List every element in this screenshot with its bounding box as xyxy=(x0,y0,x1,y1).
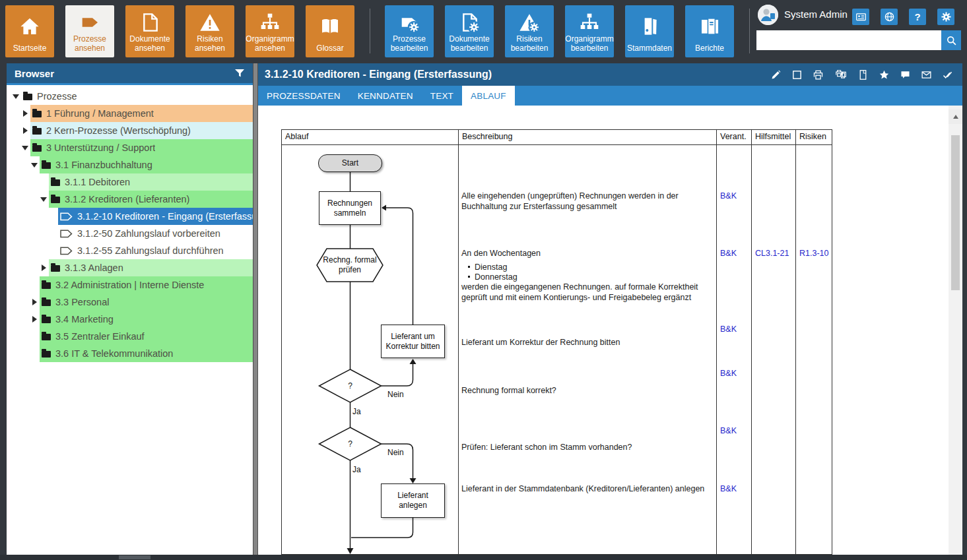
print-copies-icon[interactable] xyxy=(834,69,848,80)
tree-item-personal[interactable]: 3.3 Personal xyxy=(7,294,253,311)
tree-item-zahlungslauf-durchfuehren[interactable]: 3.1.2-55 Zahlungslauf durchführen xyxy=(7,242,253,259)
expander-closed-icon[interactable] xyxy=(30,294,40,311)
risiken-link[interactable]: R1.3-10 xyxy=(799,249,828,258)
horizontal-scrollbar[interactable] xyxy=(0,555,967,560)
favorite-star-icon[interactable] xyxy=(879,69,890,80)
approve-check-icon[interactable] xyxy=(942,69,953,80)
risiken-ansehen-button[interactable]: Risiken ansehen xyxy=(185,5,234,57)
expander-closed-icon[interactable] xyxy=(40,259,49,276)
verant-link[interactable]: B&K xyxy=(720,249,737,258)
comment-icon[interactable] xyxy=(900,69,911,80)
window-icon[interactable] xyxy=(791,69,803,80)
id-card-button[interactable] xyxy=(852,9,869,25)
tree-item-unterstuetzung[interactable]: 3 Unterstützung / Support xyxy=(7,139,253,156)
tree-item-anlagen[interactable]: 3.1.3 Anlagen xyxy=(7,259,253,276)
tree-item-kreditoren[interactable]: 3.1.2 Kreditoren (Lieferanten) xyxy=(7,191,253,208)
expander-closed-icon[interactable] xyxy=(21,122,30,139)
verant-link[interactable]: B&K xyxy=(720,369,737,378)
expander-open-icon[interactable] xyxy=(21,139,30,156)
tree-item-kernprozesse[interactable]: 2 Kern-Prozesse (Wertschöpfung) xyxy=(7,122,253,139)
filter-funnel-icon[interactable] xyxy=(234,69,245,78)
mail-icon[interactable] xyxy=(921,69,932,80)
browser-panel: Browser Prozesse 1 Führung / Management … xyxy=(7,63,253,555)
tree-item-it-telekommunikation[interactable]: 3.6 IT & Telekommunikation xyxy=(7,345,253,362)
organigramm-bearbeiten-button[interactable]: Organigramm bearbeiten xyxy=(565,5,614,57)
scroll-up-button[interactable] xyxy=(949,109,962,124)
process-gear-icon xyxy=(399,5,420,35)
main-panel: 3.1.2-10 Kreditoren - Eingang (Ersterfas… xyxy=(258,63,962,555)
tab-ablauf[interactable]: ABLAUF xyxy=(462,86,515,106)
help-button[interactable]: ? xyxy=(909,9,926,25)
vertical-scrollbar-thumb[interactable] xyxy=(951,135,960,290)
vertical-scrollbar[interactable] xyxy=(949,106,962,555)
reports-icon xyxy=(699,5,720,44)
risiken-bearbeiten-button[interactable]: Risiken bearbeiten xyxy=(505,5,554,57)
expander-open-icon[interactable] xyxy=(40,191,49,208)
risk-warning-icon xyxy=(199,5,220,35)
row-description: Lieferant in der Stammdatenbank (Kredito… xyxy=(461,484,712,495)
horizontal-scrollbar-thumb[interactable] xyxy=(119,555,150,559)
verant-link[interactable]: B&K xyxy=(720,484,737,493)
row-description: Prüfen: Lieferant schon im Stamm vorhand… xyxy=(461,443,712,453)
folder-icon xyxy=(23,94,32,100)
startseite-button[interactable]: Startseite xyxy=(5,5,54,57)
document-icon[interactable] xyxy=(857,69,869,80)
dokumente-bearbeiten-button[interactable]: Dokumente bearbeiten xyxy=(445,5,494,57)
dokumente-ansehen-button[interactable]: Dokumente ansehen xyxy=(125,5,174,57)
expander-closed-icon[interactable] xyxy=(21,105,30,122)
branch-label-nein-1: Nein xyxy=(387,390,404,399)
branch-label-nein-2: Nein xyxy=(387,448,404,457)
glossar-button[interactable]: Glossar xyxy=(306,5,354,57)
expander-none xyxy=(49,242,58,259)
prozesse-bearbeiten-button[interactable]: Prozesse bearbeiten xyxy=(385,5,434,57)
tree-item-zahlungslauf-vorbereiten[interactable]: 3.1.2-50 Zahlungslauf vorbereiten xyxy=(7,225,253,242)
stammdaten-button[interactable]: Stammdaten xyxy=(625,5,674,57)
tab-text[interactable]: TEXT xyxy=(422,86,462,106)
tab-kenndaten[interactable]: KENNDATEN xyxy=(349,86,422,106)
row-description: An den Wochentagen xyxy=(461,249,712,259)
folder-icon xyxy=(42,351,51,358)
search-input[interactable] xyxy=(756,30,941,50)
flow-node-rechnungen-sammeln: Rechnungen sammeln xyxy=(319,191,381,225)
edit-pencil-icon[interactable] xyxy=(770,69,782,80)
expander-none xyxy=(40,173,49,191)
verant-link[interactable]: B&K xyxy=(720,325,737,334)
verant-link[interactable]: B&K xyxy=(720,426,737,435)
search-button[interactable] xyxy=(941,30,961,50)
prozesse-ansehen-button[interactable]: Prozesse ansehen xyxy=(65,5,114,57)
tree-item-administration[interactable]: 3.2 Administration | Interne Dienste xyxy=(7,276,253,294)
orgchart-icon xyxy=(259,5,281,35)
branch-label-ja-1: Ja xyxy=(352,407,361,416)
flow-node-lieferant-anlegen: Lieferant anlegen xyxy=(381,483,445,518)
folder-icon xyxy=(32,128,42,135)
tree-item-prozesse[interactable]: Prozesse xyxy=(7,88,253,105)
folder-icon xyxy=(32,145,42,152)
expander-open-icon[interactable] xyxy=(30,156,40,173)
tree-item-finanzbuchhaltung[interactable]: 3.1 Finanzbuchhaltung xyxy=(7,156,253,173)
avatar[interactable] xyxy=(758,5,778,25)
tree-item-marketing[interactable]: 3.4 Marketing xyxy=(7,311,253,328)
globe-button[interactable] xyxy=(881,9,898,25)
tree-item-fuehrung[interactable]: 1 Führung / Management xyxy=(7,105,253,122)
process-tag-icon xyxy=(60,212,73,221)
verant-link[interactable]: B&K xyxy=(720,191,737,201)
bullet-item: Dienstag xyxy=(466,263,507,272)
tree-item-debitoren[interactable]: 3.1.1 Debitoren xyxy=(7,173,253,191)
process-tree: Prozesse 1 Führung / Management 2 Kern-P… xyxy=(7,85,253,362)
process-tag-icon xyxy=(60,247,73,255)
organigramm-ansehen-button[interactable]: Organigramm ansehen xyxy=(246,5,294,57)
tree-item-zentraler-einkauf[interactable]: 3.5 Zentraler Einkauf xyxy=(7,328,253,345)
tab-prozessdaten[interactable]: PROZESSDATEN xyxy=(258,86,349,106)
expander-closed-icon[interactable] xyxy=(30,311,40,328)
folder-icon xyxy=(42,162,51,169)
help-label: ? xyxy=(914,11,920,22)
berichte-button[interactable]: Berichte xyxy=(685,5,734,57)
tree-item-kreditoren-eingang-selected[interactable]: 3.1.2-10 Kreditoren - Eingang (Ersterfas… xyxy=(7,208,253,225)
expander-open-icon[interactable] xyxy=(12,88,21,105)
folder-icon xyxy=(51,265,60,272)
panel-splitter[interactable] xyxy=(253,63,258,555)
print-icon[interactable] xyxy=(813,69,824,80)
folder-icon xyxy=(42,334,51,340)
hilfsmittel-link[interactable]: CL3.1-21 xyxy=(755,249,789,258)
settings-button[interactable] xyxy=(937,9,954,25)
